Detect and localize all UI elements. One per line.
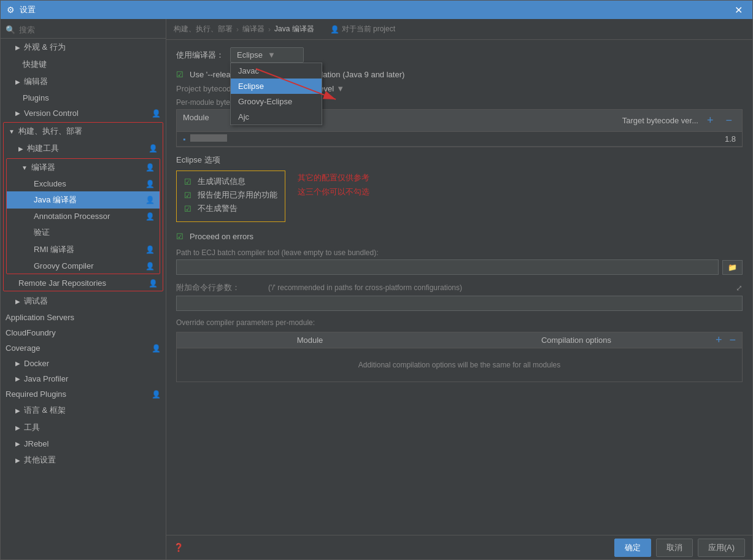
option-eclipse[interactable]: Eclipse bbox=[231, 79, 322, 94]
path-browse-btn[interactable]: 📁 bbox=[722, 260, 743, 275]
sidebar-item-version-control[interactable]: ▶ Version Control 👤 bbox=[1, 105, 166, 121]
compiler-selected-value: Eclipse bbox=[237, 50, 263, 59]
confirm-button[interactable]: 确定 bbox=[614, 539, 651, 557]
apply-button[interactable]: 应用(A) bbox=[698, 539, 745, 557]
sidebar-item-appearance[interactable]: ▶ 外观 & 行为 bbox=[1, 39, 166, 56]
sidebar-item-build[interactable]: ▼ 构建、执行、部署 bbox=[4, 123, 163, 140]
sidebar-item-rmi[interactable]: RMI 编译器 👤 bbox=[7, 241, 160, 258]
user-icon: 👤 bbox=[149, 144, 158, 153]
sidebar-item-validation[interactable]: 验证 bbox=[7, 224, 160, 241]
params-note: ('/' recommended in paths for cross-plat… bbox=[268, 283, 730, 292]
sidebar-item-label: Java Profiler bbox=[24, 374, 68, 383]
sidebar-item-excludes[interactable]: Excludes 👤 bbox=[7, 176, 160, 191]
sidebar-item-editor[interactable]: ▶ 编辑器 bbox=[1, 73, 166, 90]
sidebar-item-app-servers[interactable]: Application Servers bbox=[1, 310, 166, 325]
expand-icon[interactable]: ⤢ bbox=[736, 283, 743, 293]
user-icon: 👤 bbox=[145, 262, 155, 270]
help-icon[interactable]: ❓ bbox=[174, 543, 183, 552]
proceed-row: ☑ Proceed on errors bbox=[176, 232, 743, 241]
sidebar-item-label: RMI 编译器 bbox=[34, 244, 74, 255]
user-icon: 👤 bbox=[152, 390, 161, 399]
breadcrumb: 构建、执行、部署 › 编译器 › Java 编译器 👤 对于当前 project bbox=[166, 19, 752, 40]
sidebar-item-jrebel[interactable]: ▶ JRebel bbox=[1, 436, 166, 451]
remove-override-btn[interactable]: − bbox=[725, 332, 739, 348]
title-bar: ⚙ 设置 ✕ bbox=[1, 1, 752, 19]
sidebar-item-annotation[interactable]: Annotation Processor 👤 bbox=[7, 209, 160, 224]
sidebar-item-tools[interactable]: ▶ 工具 bbox=[1, 419, 166, 436]
eclipse-cb-1: ☑ 生成调试信息 bbox=[184, 176, 277, 187]
sidebar-item-label: Java 编译器 bbox=[34, 194, 77, 205]
arrow-icon: ▶ bbox=[15, 360, 20, 367]
eclipse-content: ☑ 生成调试信息 ☑ 报告使用已弃用的功能 ☑ 不生成警告 bbox=[176, 171, 743, 227]
option-groovy-eclipse[interactable]: Groovy-Eclipse bbox=[231, 94, 322, 109]
eclipse-cb-3: ☑ 不生成警告 bbox=[184, 203, 277, 214]
eclipse-cb-2: ☑ 报告使用已弃用的功能 bbox=[184, 190, 277, 201]
bytecode-dropdown-icon[interactable]: ▼ bbox=[336, 84, 344, 93]
compiler-row: 使用编译器： Eclipse ▼ Javac Eclipse Groovy-Ec… bbox=[176, 47, 743, 63]
settings-window: ⚙ 设置 ✕ 🔍 ▶ 外观 & 行为 快捷键 ▶ 编辑器 Plugins bbox=[0, 0, 753, 560]
sidebar-item-label: 构建工具 bbox=[27, 143, 59, 154]
checkbox-icon[interactable]: ☑ bbox=[176, 232, 183, 241]
add-module-btn[interactable]: + bbox=[703, 113, 717, 128]
user-icon: 👤 bbox=[149, 279, 158, 288]
remove-module-btn[interactable]: − bbox=[722, 113, 736, 128]
sidebar-item-label: 验证 bbox=[34, 227, 50, 238]
sidebar-item-groovy[interactable]: Groovy Compiler 👤 bbox=[7, 258, 160, 274]
search-input[interactable] bbox=[19, 25, 161, 34]
sidebar-item-label: Remote Jar Repositories bbox=[18, 278, 106, 288]
checkbox-icon[interactable]: ☑ bbox=[184, 177, 191, 186]
compiler-dropdown-btn[interactable]: Eclipse ▼ bbox=[230, 47, 304, 63]
sidebar-item-remote-jar[interactable]: Remote Jar Repositories 👤 bbox=[4, 275, 163, 291]
sidebar-item-docker[interactable]: ▶ Docker bbox=[1, 356, 166, 371]
checkbox-icon[interactable]: ☑ bbox=[176, 70, 183, 79]
user-icon: 👤 bbox=[145, 180, 155, 188]
sidebar-item-coverage[interactable]: Coverage 👤 bbox=[1, 340, 166, 356]
path-section: Path to ECJ batch compiler tool (leave e… bbox=[176, 248, 743, 275]
sidebar-item-java-profiler[interactable]: ▶ Java Profiler bbox=[1, 371, 166, 386]
option-javac[interactable]: Javac bbox=[231, 63, 322, 79]
sidebar-item-plugins[interactable]: Plugins bbox=[1, 90, 166, 105]
override-header: Module Compilation options + − bbox=[177, 332, 742, 348]
checkbox-icon[interactable]: ☑ bbox=[184, 204, 191, 213]
close-button[interactable]: ✕ bbox=[731, 3, 746, 17]
add-override-btn[interactable]: + bbox=[712, 332, 726, 348]
sidebar-item-java-compiler[interactable]: Java 编译器 👤 bbox=[7, 191, 160, 209]
path-input[interactable] bbox=[176, 259, 719, 275]
arrow-icon: ▶ bbox=[15, 407, 20, 414]
sidebar-item-other[interactable]: ▶ 其他设置 bbox=[1, 451, 166, 469]
window-title: 设置 bbox=[20, 4, 731, 15]
override-empty-message: Additional compilation options will be t… bbox=[177, 348, 742, 382]
user-icon: 👤 bbox=[145, 212, 155, 221]
proceed-label: Proceed on errors bbox=[190, 232, 253, 241]
eclipse-cb-label-2: 报告使用已弃用的功能 bbox=[198, 190, 277, 201]
cancel-button[interactable]: 取消 bbox=[656, 539, 693, 557]
sidebar-item-debugger[interactable]: ▶ 调试器 bbox=[1, 293, 166, 310]
user-icon: 👤 bbox=[145, 163, 155, 172]
dropdown-arrow-icon: ▼ bbox=[268, 50, 276, 59]
right-panel: 构建、执行、部署 › 编译器 › Java 编译器 👤 对于当前 project… bbox=[166, 19, 752, 559]
bottom-bar: ❓ 确定 取消 应用(A) bbox=[166, 535, 752, 559]
sidebar-item-cloudfoundry[interactable]: CloudFoundry bbox=[1, 325, 166, 340]
params-label: 附加命令行参数： bbox=[176, 282, 262, 293]
sidebar-item-label: 编辑器 bbox=[24, 76, 48, 87]
option-ajc[interactable]: Ajc bbox=[231, 109, 322, 125]
arrow-icon: ▶ bbox=[15, 44, 20, 51]
sidebar-item-shortcuts[interactable]: 快捷键 bbox=[1, 56, 166, 73]
eclipse-section: Eclipse 选项 ☑ 生成调试信息 ☑ 报告使用已弃用的功能 bbox=[176, 155, 743, 241]
checkbox-icon[interactable]: ☑ bbox=[184, 191, 191, 200]
override-title: Override compiler parameters per-module: bbox=[176, 318, 743, 327]
sidebar-item-compiler[interactable]: ▼ 编译器 👤 bbox=[7, 159, 160, 176]
params-section: 附加命令行参数： ('/' recommended in paths for c… bbox=[176, 282, 743, 311]
sidebar-item-label: Version Control bbox=[24, 109, 79, 118]
sidebar-item-lang-framework[interactable]: ▶ 语言 & 框架 bbox=[1, 402, 166, 419]
bytecode-cell: 1.8 bbox=[460, 134, 736, 144]
params-input[interactable] bbox=[176, 296, 743, 311]
sidebar-item-label: Annotation Processor bbox=[34, 212, 110, 221]
project-button[interactable]: 👤 对于当前 project bbox=[330, 24, 395, 34]
sidebar-item-build-tools[interactable]: ▶ 构建工具 👤 bbox=[4, 140, 163, 157]
arrow-icon: ▼ bbox=[21, 164, 28, 171]
compiler-dropdown[interactable]: Eclipse ▼ Javac Eclipse Groovy-Eclipse A… bbox=[230, 47, 304, 63]
settings-icon: ⚙ bbox=[7, 5, 15, 15]
table-row: ▪ 1.8 bbox=[177, 132, 742, 147]
sidebar-item-required-plugins[interactable]: Required Plugins 👤 bbox=[1, 386, 166, 402]
